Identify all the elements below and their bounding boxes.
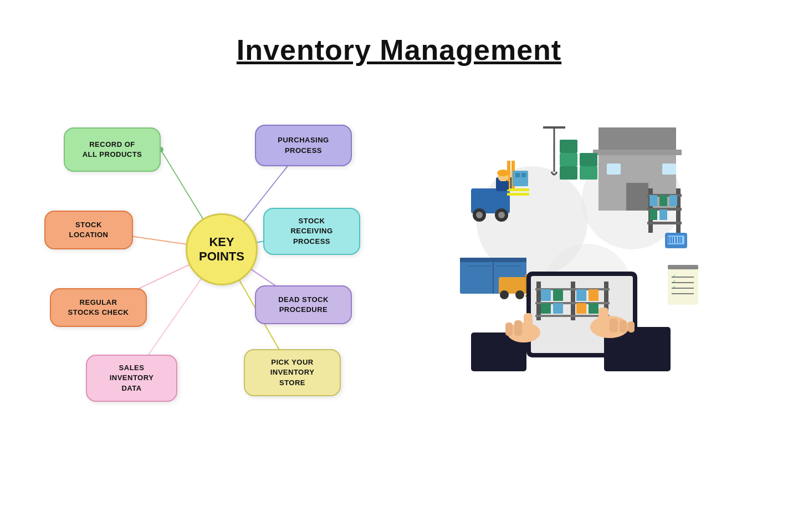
svg-rect-84: [576, 303, 586, 314]
svg-rect-46: [499, 181, 509, 190]
page-title: Inventory Management: [0, 0, 798, 66]
svg-rect-71: [536, 282, 541, 320]
svg-text:✓: ✓: [672, 279, 676, 285]
svg-rect-30: [649, 195, 657, 206]
svg-point-65: [515, 290, 524, 299]
svg-marker-19: [598, 127, 676, 150]
svg-rect-29: [647, 222, 682, 224]
svg-rect-94: [524, 313, 533, 334]
svg-rect-88: [598, 308, 608, 330]
illustration: ✓ ✓ ✓: [443, 111, 720, 388]
svg-rect-54: [580, 166, 597, 180]
svg-point-47: [497, 170, 509, 176]
svg-rect-52: [560, 153, 577, 166]
svg-rect-22: [626, 183, 648, 211]
svg-rect-40: [507, 193, 529, 196]
svg-rect-85: [589, 303, 598, 314]
svg-rect-39: [507, 188, 529, 191]
svg-point-64: [500, 290, 509, 299]
svg-rect-49: [515, 173, 520, 177]
svg-point-44: [498, 212, 505, 218]
branch-node-pick-inventory: PICK YOURINVENTORYSTORE: [244, 349, 341, 396]
svg-text:✓: ✓: [672, 274, 676, 279]
svg-rect-72: [571, 282, 575, 320]
branch-node-sales-inventory: SALESINVENTORYDATA: [86, 355, 177, 402]
svg-rect-32: [669, 195, 677, 206]
svg-rect-80: [576, 289, 586, 301]
svg-rect-96: [505, 323, 513, 336]
svg-point-42: [476, 212, 483, 218]
svg-rect-83: [553, 303, 563, 314]
mindmap: KEY POINTS RECORD OFALL PRODUCTSSTOCKLOC…: [33, 83, 410, 416]
svg-rect-90: [620, 320, 627, 332]
svg-rect-91: [628, 321, 635, 332]
branch-node-stock-receiving: STOCKRECEIVINGPROCESS: [263, 208, 360, 255]
warehouse-illustration: ✓ ✓ ✓: [443, 111, 709, 377]
branch-node-dead-stock: DEAD STOCKPROCEDURE: [255, 285, 352, 324]
svg-rect-24: [662, 163, 676, 175]
svg-rect-51: [560, 166, 577, 180]
svg-rect-95: [514, 320, 522, 336]
svg-rect-98: [668, 265, 698, 269]
svg-rect-34: [659, 209, 667, 220]
svg-rect-78: [553, 289, 563, 301]
branch-node-regular-stocks: REGULARSTOCKS CHECK: [50, 288, 147, 327]
svg-rect-55: [580, 153, 597, 166]
svg-rect-31: [659, 195, 667, 206]
svg-rect-76: [535, 315, 610, 317]
center-node: KEY POINTS: [186, 213, 258, 285]
branch-node-stock-location: STOCKLOCATION: [44, 211, 133, 249]
svg-rect-89: [610, 319, 618, 332]
svg-marker-20: [593, 150, 682, 155]
branch-node-record: RECORD OFALL PRODUCTS: [64, 127, 161, 172]
svg-rect-82: [541, 303, 551, 314]
svg-rect-23: [607, 163, 621, 175]
svg-rect-81: [589, 289, 598, 301]
svg-rect-77: [541, 289, 551, 301]
branch-node-purchasing: PURCHASINGPROCESS: [255, 125, 352, 166]
svg-rect-33: [649, 209, 657, 220]
svg-rect-53: [560, 140, 577, 153]
svg-rect-50: [521, 173, 526, 177]
svg-text:✓: ✓: [672, 285, 676, 290]
svg-rect-48: [513, 171, 528, 186]
